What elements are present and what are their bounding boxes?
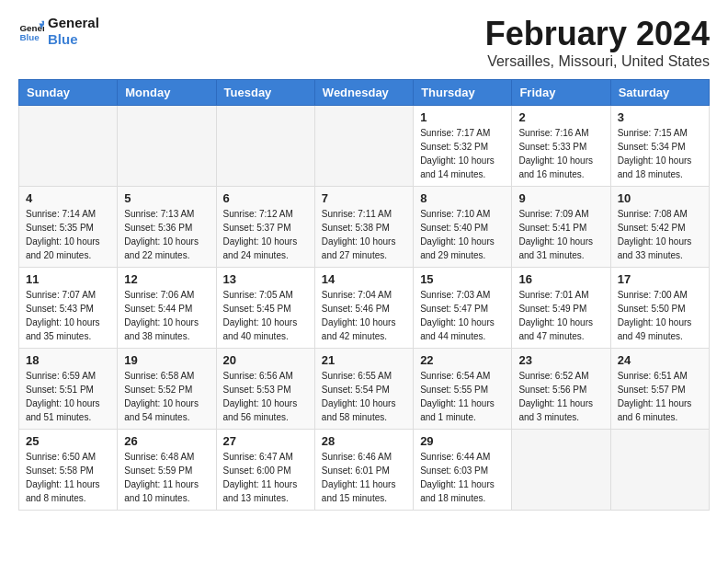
calendar-cell: 17Sunrise: 7:00 AM Sunset: 5:50 PM Dayli… bbox=[610, 268, 709, 349]
calendar-cell: 2Sunrise: 7:16 AM Sunset: 5:33 PM Daylig… bbox=[512, 106, 610, 187]
calendar-cell: 4Sunrise: 7:14 AM Sunset: 5:35 PM Daylig… bbox=[19, 187, 118, 268]
day-number: 28 bbox=[322, 434, 406, 448]
calendar-cell bbox=[118, 106, 216, 187]
day-number: 11 bbox=[26, 272, 110, 286]
day-info: Sunrise: 6:46 AM Sunset: 6:01 PM Dayligh… bbox=[322, 450, 406, 505]
page-subtitle: Versailles, Missouri, United States bbox=[485, 53, 710, 70]
calendar-cell: 13Sunrise: 7:05 AM Sunset: 5:45 PM Dayli… bbox=[216, 268, 314, 349]
day-info: Sunrise: 7:01 AM Sunset: 5:49 PM Dayligh… bbox=[518, 288, 603, 343]
day-number: 26 bbox=[124, 434, 209, 448]
day-number: 24 bbox=[618, 353, 702, 367]
calendar-week-row: 25Sunrise: 6:50 AM Sunset: 5:58 PM Dayli… bbox=[19, 430, 710, 511]
day-number: 20 bbox=[223, 353, 308, 367]
weekday-header-cell: Thursday bbox=[414, 80, 512, 106]
day-number: 25 bbox=[26, 434, 110, 448]
day-number: 17 bbox=[618, 272, 702, 286]
logo: General Blue General Blue bbox=[18, 15, 99, 48]
day-number: 21 bbox=[322, 353, 406, 367]
day-number: 13 bbox=[223, 272, 308, 286]
calendar-cell: 20Sunrise: 6:56 AM Sunset: 5:53 PM Dayli… bbox=[216, 349, 314, 430]
calendar-cell: 22Sunrise: 6:54 AM Sunset: 5:55 PM Dayli… bbox=[414, 349, 512, 430]
calendar-cell: 27Sunrise: 6:47 AM Sunset: 6:00 PM Dayli… bbox=[216, 430, 314, 511]
calendar-cell: 19Sunrise: 6:58 AM Sunset: 5:52 PM Dayli… bbox=[118, 349, 216, 430]
calendar-cell: 18Sunrise: 6:59 AM Sunset: 5:51 PM Dayli… bbox=[19, 349, 118, 430]
day-info: Sunrise: 6:52 AM Sunset: 5:56 PM Dayligh… bbox=[518, 369, 603, 424]
calendar-cell: 3Sunrise: 7:15 AM Sunset: 5:34 PM Daylig… bbox=[610, 106, 709, 187]
svg-text:Blue: Blue bbox=[19, 32, 40, 42]
day-info: Sunrise: 7:13 AM Sunset: 5:36 PM Dayligh… bbox=[124, 207, 209, 262]
calendar-week-row: 1Sunrise: 7:17 AM Sunset: 5:32 PM Daylig… bbox=[19, 106, 710, 187]
day-info: Sunrise: 7:08 AM Sunset: 5:42 PM Dayligh… bbox=[618, 207, 702, 262]
day-info: Sunrise: 7:00 AM Sunset: 5:50 PM Dayligh… bbox=[618, 288, 702, 343]
calendar-cell: 28Sunrise: 6:46 AM Sunset: 6:01 PM Dayli… bbox=[314, 430, 413, 511]
calendar-cell: 5Sunrise: 7:13 AM Sunset: 5:36 PM Daylig… bbox=[118, 187, 216, 268]
day-number: 27 bbox=[223, 434, 308, 448]
day-info: Sunrise: 7:10 AM Sunset: 5:40 PM Dayligh… bbox=[420, 207, 505, 262]
calendar-cell: 24Sunrise: 6:51 AM Sunset: 5:57 PM Dayli… bbox=[610, 349, 709, 430]
day-info: Sunrise: 6:51 AM Sunset: 5:57 PM Dayligh… bbox=[618, 369, 702, 424]
calendar-cell: 25Sunrise: 6:50 AM Sunset: 5:58 PM Dayli… bbox=[19, 430, 118, 511]
calendar-cell: 9Sunrise: 7:09 AM Sunset: 5:41 PM Daylig… bbox=[512, 187, 610, 268]
weekday-header-row: SundayMondayTuesdayWednesdayThursdayFrid… bbox=[19, 80, 710, 106]
title-block: February 2024 Versailles, Missouri, Unit… bbox=[485, 15, 710, 70]
calendar-week-row: 18Sunrise: 6:59 AM Sunset: 5:51 PM Dayli… bbox=[19, 349, 710, 430]
calendar-cell bbox=[610, 430, 709, 511]
day-info: Sunrise: 6:47 AM Sunset: 6:00 PM Dayligh… bbox=[223, 450, 308, 505]
day-number: 5 bbox=[124, 191, 209, 205]
calendar-cell: 21Sunrise: 6:55 AM Sunset: 5:54 PM Dayli… bbox=[314, 349, 413, 430]
day-info: Sunrise: 6:56 AM Sunset: 5:53 PM Dayligh… bbox=[223, 369, 308, 424]
day-number: 19 bbox=[124, 353, 209, 367]
day-info: Sunrise: 7:12 AM Sunset: 5:37 PM Dayligh… bbox=[223, 207, 308, 262]
day-info: Sunrise: 7:17 AM Sunset: 5:32 PM Dayligh… bbox=[420, 126, 505, 181]
calendar-cell: 15Sunrise: 7:03 AM Sunset: 5:47 PM Dayli… bbox=[414, 268, 512, 349]
day-info: Sunrise: 6:59 AM Sunset: 5:51 PM Dayligh… bbox=[26, 369, 110, 424]
day-number: 12 bbox=[124, 272, 209, 286]
calendar-body: 1Sunrise: 7:17 AM Sunset: 5:32 PM Daylig… bbox=[19, 106, 710, 511]
calendar-cell bbox=[512, 430, 610, 511]
day-info: Sunrise: 6:48 AM Sunset: 5:59 PM Dayligh… bbox=[124, 450, 209, 505]
calendar-cell: 6Sunrise: 7:12 AM Sunset: 5:37 PM Daylig… bbox=[216, 187, 314, 268]
page-header: General Blue General Blue February 2024 … bbox=[18, 15, 710, 70]
calendar-cell bbox=[314, 106, 413, 187]
day-info: Sunrise: 7:11 AM Sunset: 5:38 PM Dayligh… bbox=[322, 207, 406, 262]
calendar-cell bbox=[216, 106, 314, 187]
day-number: 9 bbox=[518, 191, 603, 205]
calendar-cell bbox=[19, 106, 118, 187]
day-number: 1 bbox=[420, 110, 505, 124]
calendar-cell: 10Sunrise: 7:08 AM Sunset: 5:42 PM Dayli… bbox=[610, 187, 709, 268]
day-info: Sunrise: 7:03 AM Sunset: 5:47 PM Dayligh… bbox=[420, 288, 505, 343]
calendar-cell: 16Sunrise: 7:01 AM Sunset: 5:49 PM Dayli… bbox=[512, 268, 610, 349]
logo-icon: General Blue bbox=[18, 18, 44, 44]
day-info: Sunrise: 7:15 AM Sunset: 5:34 PM Dayligh… bbox=[618, 126, 702, 181]
day-number: 4 bbox=[26, 191, 110, 205]
day-number: 7 bbox=[322, 191, 406, 205]
day-info: Sunrise: 6:44 AM Sunset: 6:03 PM Dayligh… bbox=[420, 450, 505, 505]
weekday-header-cell: Tuesday bbox=[216, 80, 314, 106]
weekday-header-cell: Friday bbox=[512, 80, 610, 106]
day-info: Sunrise: 7:06 AM Sunset: 5:44 PM Dayligh… bbox=[124, 288, 209, 343]
calendar-cell: 8Sunrise: 7:10 AM Sunset: 5:40 PM Daylig… bbox=[414, 187, 512, 268]
day-number: 14 bbox=[322, 272, 406, 286]
calendar-cell: 11Sunrise: 7:07 AM Sunset: 5:43 PM Dayli… bbox=[19, 268, 118, 349]
day-info: Sunrise: 7:05 AM Sunset: 5:45 PM Dayligh… bbox=[223, 288, 308, 343]
day-number: 15 bbox=[420, 272, 505, 286]
day-number: 23 bbox=[518, 353, 603, 367]
calendar-cell: 23Sunrise: 6:52 AM Sunset: 5:56 PM Dayli… bbox=[512, 349, 610, 430]
page-title: February 2024 bbox=[485, 15, 710, 53]
day-info: Sunrise: 7:16 AM Sunset: 5:33 PM Dayligh… bbox=[518, 126, 603, 181]
day-number: 29 bbox=[420, 434, 505, 448]
day-info: Sunrise: 6:50 AM Sunset: 5:58 PM Dayligh… bbox=[26, 450, 110, 505]
calendar-cell: 7Sunrise: 7:11 AM Sunset: 5:38 PM Daylig… bbox=[314, 187, 413, 268]
calendar-cell: 12Sunrise: 7:06 AM Sunset: 5:44 PM Dayli… bbox=[118, 268, 216, 349]
logo-line1: General bbox=[48, 15, 99, 31]
logo-line2: Blue bbox=[48, 31, 99, 48]
day-info: Sunrise: 7:04 AM Sunset: 5:46 PM Dayligh… bbox=[322, 288, 406, 343]
day-number: 16 bbox=[518, 272, 603, 286]
calendar-table: SundayMondayTuesdayWednesdayThursdayFrid… bbox=[18, 79, 710, 511]
calendar-cell: 26Sunrise: 6:48 AM Sunset: 5:59 PM Dayli… bbox=[118, 430, 216, 511]
calendar-week-row: 11Sunrise: 7:07 AM Sunset: 5:43 PM Dayli… bbox=[19, 268, 710, 349]
day-info: Sunrise: 6:58 AM Sunset: 5:52 PM Dayligh… bbox=[124, 369, 209, 424]
day-info: Sunrise: 7:14 AM Sunset: 5:35 PM Dayligh… bbox=[26, 207, 110, 262]
day-number: 2 bbox=[518, 110, 603, 124]
day-number: 6 bbox=[223, 191, 308, 205]
